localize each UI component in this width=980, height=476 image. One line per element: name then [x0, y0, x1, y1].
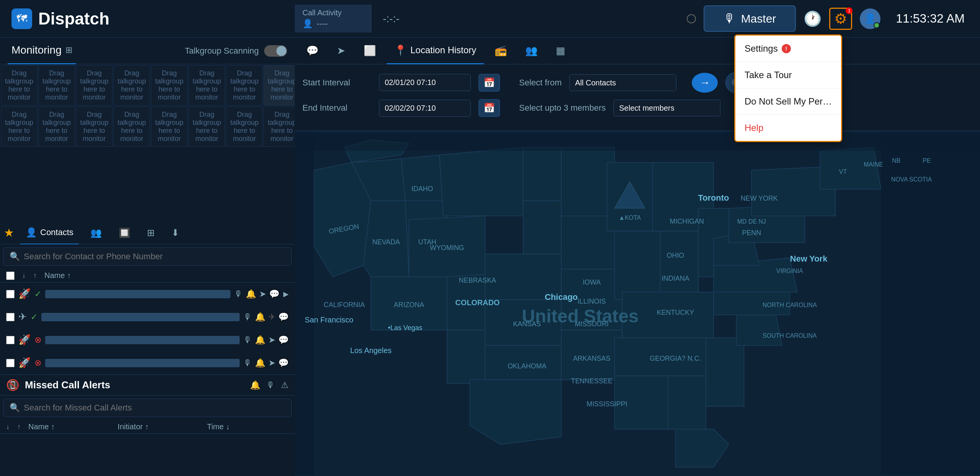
- another-tab[interactable]: ⊞: [142, 221, 160, 244]
- start-interval-input[interactable]: [379, 74, 471, 91]
- contact-search-input[interactable]: [24, 252, 285, 262]
- download-tab[interactable]: ⬇: [166, 221, 185, 244]
- monitor-cell[interactable]: Drag talkgroup here to monitor: [113, 106, 150, 147]
- barcode-tab[interactable]: ▦: [548, 38, 573, 64]
- navigate-action-icon[interactable]: ➤: [259, 289, 266, 299]
- row-checkbox[interactable]: [6, 336, 15, 344]
- navigate-action-icon[interactable]: ➤: [268, 335, 275, 345]
- name-column-header[interactable]: Name ↑: [44, 271, 289, 280]
- favorites-star[interactable]: ★: [4, 226, 14, 239]
- chat-tab[interactable]: 💬: [299, 38, 326, 64]
- bell-action-icon[interactable]: 🔔: [246, 289, 256, 299]
- chat-action-icon[interactable]: 💬: [278, 312, 289, 322]
- go-button[interactable]: →: [692, 73, 718, 93]
- monitoring-tab-label: Monitoring: [11, 44, 62, 56]
- bell-action-icon[interactable]: 🔔: [255, 312, 265, 322]
- monitor-cell[interactable]: Drag talkgroup here to monitor: [226, 106, 263, 147]
- mic-action-icon[interactable]: 🎙: [243, 335, 252, 345]
- warning-alert-icon[interactable]: ⚠: [281, 380, 289, 390]
- monitor-cell[interactable]: Drag talkgroup here to monitor: [226, 65, 263, 106]
- contacts-tab[interactable]: 👤 Contacts: [20, 221, 79, 244]
- monitoring-tab[interactable]: Monitoring ⊞: [8, 38, 76, 64]
- groups-tab[interactable]: 👥: [85, 221, 107, 244]
- group-people-tab[interactable]: 👥: [518, 38, 545, 64]
- monitor-cell[interactable]: Drag talkgroup here to monitor: [113, 65, 150, 106]
- brand-area: 🗺 Dispatch: [0, 8, 295, 29]
- monitor-cell[interactable]: Drag talkgroup here to monitor: [76, 106, 113, 147]
- monitor-cell[interactable]: Drag talkgroup here to monitor: [1, 106, 38, 147]
- monitor-tab-icon: ⊞: [65, 45, 72, 55]
- select-members-dropdown[interactable]: Select members: [613, 100, 720, 116]
- missed-call-search-input[interactable]: [24, 403, 285, 413]
- end-interval-row: End Interval 📅 Select upto 3 members Sel…: [302, 99, 972, 117]
- contacts-tab-label: Contacts: [40, 227, 74, 237]
- svg-text:NEBRASKA: NEBRASKA: [459, 276, 497, 284]
- svg-rect-1: [881, 132, 980, 475]
- status-rocket-icon: 🚀: [18, 334, 31, 346]
- chat-action-icon[interactable]: 💬: [278, 335, 289, 345]
- svg-text:ARIZONA: ARIZONA: [394, 301, 425, 309]
- left-panel: Monitoring ⊞ Talkgroup Scanning Drag tal…: [0, 38, 295, 476]
- map-container[interactable]: OREGON IDAHO WYOMING NEVADA UTAH ARIZONA…: [295, 131, 980, 476]
- sort-up2[interactable]: ↑: [17, 423, 21, 431]
- monitor-cell[interactable]: Drag talkgroup here to monitor: [38, 106, 75, 147]
- select-from-label: Select from: [519, 78, 562, 88]
- scanning-toggle[interactable]: [264, 45, 287, 57]
- select-all-checkbox[interactable]: [6, 272, 15, 280]
- location-history-tab[interactable]: 📍 Location History: [387, 38, 484, 64]
- mic-action-icon[interactable]: 🎙: [243, 312, 252, 322]
- row-checkbox[interactable]: [6, 313, 15, 321]
- start-calendar-button[interactable]: 📅: [479, 74, 500, 92]
- end-calendar-button[interactable]: 📅: [479, 99, 500, 117]
- contact-row[interactable]: ✈ ✓ 🎙 🔔 ✈ 💬: [0, 306, 295, 329]
- talkgroups-tab[interactable]: 🔲: [113, 221, 136, 244]
- navigate-tab[interactable]: ➤: [329, 38, 353, 64]
- settings-button[interactable]: ⚙ 1: [829, 8, 852, 30]
- settings-label: Settings: [745, 43, 778, 54]
- sort-up1[interactable]: ↓: [6, 423, 10, 431]
- contact-row[interactable]: 🚀 ⊗ 🎙 🔔 ➤ 💬: [0, 329, 295, 352]
- sort-down-arrow[interactable]: ↓: [22, 272, 26, 280]
- start-interval-row: Start Interval 📅 Select from All Contact…: [302, 72, 972, 93]
- chat-action-icon[interactable]: 💬: [269, 289, 279, 299]
- mic-action-icon[interactable]: 🎙: [243, 358, 252, 368]
- master-button[interactable]: 🎙 Master: [704, 5, 796, 32]
- toggle-knob: [276, 46, 286, 56]
- select-from-dropdown[interactable]: All Contacts: [569, 74, 676, 91]
- missed-call-search-icon: 🔍: [10, 403, 20, 413]
- history-button[interactable]: 🕐: [804, 10, 822, 27]
- dropdown-dnsp[interactable]: Do Not Sell My Per…: [735, 88, 841, 115]
- dropdown-tour[interactable]: Take a Tour: [735, 62, 841, 88]
- monitor-cell[interactable]: Drag talkgroup here to monitor: [151, 65, 188, 106]
- grid-tab[interactable]: ⬜: [356, 38, 384, 64]
- row-checkbox[interactable]: [6, 290, 15, 298]
- monitor-cell[interactable]: Drag talkgroup here to monitor: [188, 65, 225, 106]
- dropdown-settings[interactable]: Settings !: [735, 36, 841, 62]
- avatar[interactable]: 👤: [860, 8, 880, 29]
- bell-action-icon[interactable]: 🔔: [255, 358, 265, 368]
- navigate-action-icon[interactable]: ➤: [268, 358, 275, 368]
- contact-row[interactable]: 🚀 ⊗ 🎙 🔔 ➤ 💬: [0, 352, 295, 375]
- row-checkbox[interactable]: [6, 359, 15, 367]
- monitor-cell[interactable]: Drag talkgroup here to monitor: [188, 106, 225, 147]
- navigate-action-icon[interactable]: ✈: [268, 312, 275, 322]
- end-interval-input[interactable]: [379, 100, 471, 117]
- radio-tab[interactable]: 📻: [487, 38, 514, 64]
- monitor-cell[interactable]: Drag talkgroup here to monitor: [1, 65, 38, 106]
- chat-action-icon[interactable]: 💬: [278, 358, 289, 368]
- monitor-cell[interactable]: Drag talkgroup here to monitor: [38, 65, 75, 106]
- monitor-cell[interactable]: Drag talkgroup here to monitor: [151, 106, 188, 147]
- online-status-icon: ✓: [34, 289, 41, 299]
- svg-text:•Las Vegas: •Las Vegas: [388, 324, 422, 332]
- dropdown-help[interactable]: Help: [735, 115, 841, 141]
- another-icon: ⊞: [147, 227, 155, 238]
- mic-action-icon[interactable]: 🎙: [234, 289, 243, 299]
- contact-row[interactable]: 🚀 ✓ 🎙 🔔 ➤ 💬 ▶: [0, 283, 295, 306]
- monitor-cell[interactable]: Drag talkgroup here to monitor: [76, 65, 113, 106]
- mic-alert-icon[interactable]: 🎙: [266, 380, 275, 390]
- contact-actions: 🎙 🔔 ✈ 💬: [243, 312, 289, 322]
- bell-action-icon[interactable]: 🔔: [255, 335, 265, 345]
- svg-text:▲KOTA: ▲KOTA: [619, 214, 641, 221]
- sort-up-arrow[interactable]: ↑: [33, 272, 37, 280]
- bell-alert-icon[interactable]: 🔔: [250, 380, 260, 390]
